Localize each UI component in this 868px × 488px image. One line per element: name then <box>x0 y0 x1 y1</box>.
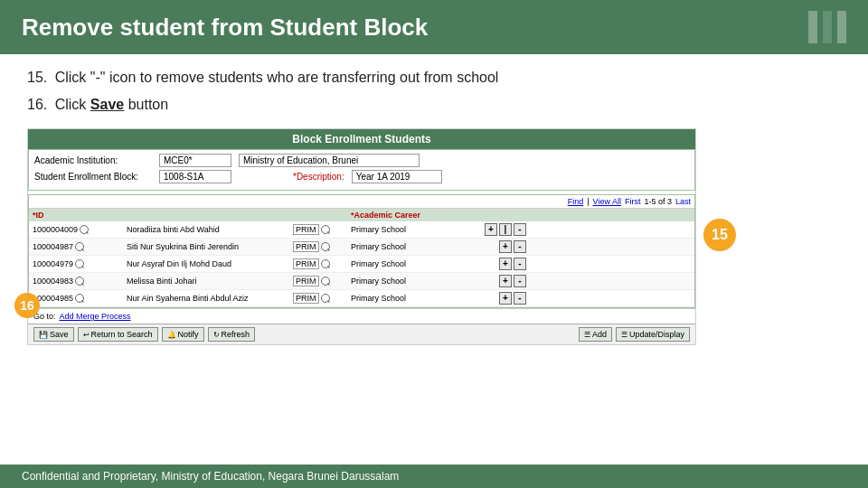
refresh-button[interactable]: ↻ Refresh <box>208 327 256 342</box>
id-cell: 100004987 <box>33 242 123 251</box>
nav-first[interactable]: First <box>625 197 641 206</box>
add-label: Add <box>592 330 607 339</box>
enrollment-block-row: Student Enrollment Block: 1008-S1A *Desc… <box>34 170 689 183</box>
prim-cell: PRIM <box>293 258 347 269</box>
search-icon[interactable] <box>80 225 89 234</box>
block-enrollment-panel: Block Enrollment Students Academic Insti… <box>27 128 696 345</box>
add-row-btn[interactable]: + <box>499 292 512 305</box>
row-career: Primary School <box>351 225 477 234</box>
panel-form: Academic Institution: MCE0* Ministry of … <box>28 149 695 191</box>
row-id: 100004987 <box>33 242 73 251</box>
prim-search-icon[interactable] <box>321 259 330 268</box>
table-header: *ID *Academic Career <box>29 209 694 221</box>
row-actions: +- <box>481 240 526 253</box>
prim-search-icon[interactable] <box>321 294 330 303</box>
find-link[interactable]: Find <box>568 197 584 206</box>
add-button[interactable]: ☰ Add <box>579 327 612 342</box>
panel-toolbar: 💾 Save ↩ Return to Search 🔔 Notify ↻ Ref… <box>28 324 695 344</box>
nav-range: 1-5 of 3 <box>644 197 672 206</box>
remove-row-btn[interactable]: - <box>514 240 526 253</box>
row-actions: +- <box>481 258 526 270</box>
prim-label: PRIM <box>293 276 319 286</box>
row-career: Primary School <box>351 242 477 251</box>
toolbar-left: 💾 Save ↩ Return to Search 🔔 Notify ↻ Ref… <box>33 327 255 342</box>
add-row-btn[interactable]: + <box>485 223 497 236</box>
enrollment-block-label: Student Enrollment Block: <box>34 172 152 182</box>
prim-cell: PRIM <box>293 293 347 304</box>
instruction-16: 16. Click Save button <box>27 94 168 116</box>
step-16-text-after: button <box>124 97 168 112</box>
nav-sep: | <box>587 197 589 206</box>
update-display-button[interactable]: ☰ Update/Display <box>616 327 690 342</box>
search-icon[interactable] <box>75 259 84 268</box>
row-career: Primary School <box>351 259 477 268</box>
remove-row-btn[interactable]: - <box>514 258 526 270</box>
remove-row-btn[interactable]: - <box>514 292 526 305</box>
save-button[interactable]: 💾 Save <box>33 327 74 342</box>
nav-last[interactable]: Last <box>675 197 691 206</box>
remove-row-btn[interactable]: | <box>499 223 512 236</box>
add-row-btn[interactable]: + <box>499 240 512 253</box>
return-icon: ↩ <box>83 331 90 339</box>
page-header: Remove student from Student Block <box>0 0 868 54</box>
update-icon: ☰ <box>621 331 627 339</box>
dec-bar-2 <box>823 11 832 43</box>
prim-search-icon[interactable] <box>321 242 330 251</box>
page-title: Remove student from Student Block <box>22 14 428 42</box>
row-name: Nur Asyraf Din Ilj Mohd Daud <box>127 259 289 268</box>
badge-15: 15 <box>703 219 736 251</box>
return-to-search-button[interactable]: ↩ Return to Search <box>78 327 158 342</box>
save-icon: 💾 <box>39 331 48 339</box>
table-nav: Find | View All First 1-5 of 3 Last <box>29 195 694 209</box>
add-merge-link[interactable]: Add Merge Process <box>60 312 131 321</box>
id-cell: 100004985 <box>33 294 123 303</box>
search-icon[interactable] <box>75 277 84 286</box>
main-content: 15. Click "-" icon to remove students wh… <box>0 54 868 352</box>
notify-button[interactable]: 🔔 Notify <box>162 327 204 342</box>
step-15-text: Click "-" icon to remove students who ar… <box>55 70 499 85</box>
add-row-btn[interactable]: + <box>499 275 512 287</box>
prim-cell: PRIM <box>293 276 347 286</box>
enrollment-block-value[interactable]: 1008-S1A <box>159 170 231 183</box>
remove-row-btn[interactable]: - <box>514 223 526 236</box>
notify-icon: 🔔 <box>167 331 176 339</box>
row-id: 100004983 <box>33 277 73 286</box>
description-value[interactable]: Year 1A 2019 <box>352 170 442 183</box>
footer-text: Confidential and Proprietary, Ministry o… <box>22 470 399 483</box>
return-label: Return to Search <box>91 330 153 339</box>
table-row: 100004987 Siti Nur Syukrina Binti Jerend… <box>29 239 694 256</box>
id-cell: 100004979 <box>33 259 123 268</box>
row-actions: +- <box>481 292 526 305</box>
page-footer: Confidential and Proprietary, Ministry o… <box>0 465 868 488</box>
add-row-btn[interactable]: + <box>499 258 512 270</box>
col-id: *ID <box>33 211 123 220</box>
search-icon[interactable] <box>75 294 84 303</box>
remove-row-btn[interactable]: - <box>514 275 526 287</box>
save-label: Save <box>50 330 69 339</box>
header-decoration <box>808 11 846 43</box>
row-id: 100004979 <box>33 259 73 268</box>
row-career: Primary School <box>351 277 477 286</box>
prim-search-icon[interactable] <box>321 225 330 234</box>
table-row: 100004979 Nur Asyraf Din Ilj Mohd Daud P… <box>29 256 694 273</box>
step-15-number: 15. <box>27 70 47 85</box>
step-16-text-before: Click <box>55 97 90 112</box>
panel-footer: Go to: Add Merge Process <box>28 308 695 324</box>
row-id: 1000004009 <box>33 225 78 234</box>
toolbar-right: ☰ Add ☰ Update/Display <box>579 327 690 342</box>
academic-institution-label: Academic Institution: <box>34 155 152 165</box>
refresh-label: Refresh <box>222 330 250 339</box>
view-all-link[interactable]: View All <box>593 197 621 206</box>
prim-label: PRIM <box>293 224 319 235</box>
prim-cell: PRIM <box>293 224 347 235</box>
prim-search-icon[interactable] <box>321 277 330 286</box>
prim-label: PRIM <box>293 293 319 304</box>
row-career: Primary School <box>351 294 477 303</box>
search-icon[interactable] <box>75 242 84 251</box>
academic-institution-value[interactable]: MCE0* <box>159 154 231 167</box>
row-name: Siti Nur Syukrina Binti Jerendin <box>127 242 289 251</box>
panel-title: Block Enrollment Students <box>28 129 695 149</box>
id-cell: 1000004009 <box>33 225 123 234</box>
ministry-value[interactable]: Ministry of Education, Brunei <box>239 154 420 167</box>
table-row: 100004983 Melissa Binti Johari PRIM Prim… <box>29 273 694 290</box>
